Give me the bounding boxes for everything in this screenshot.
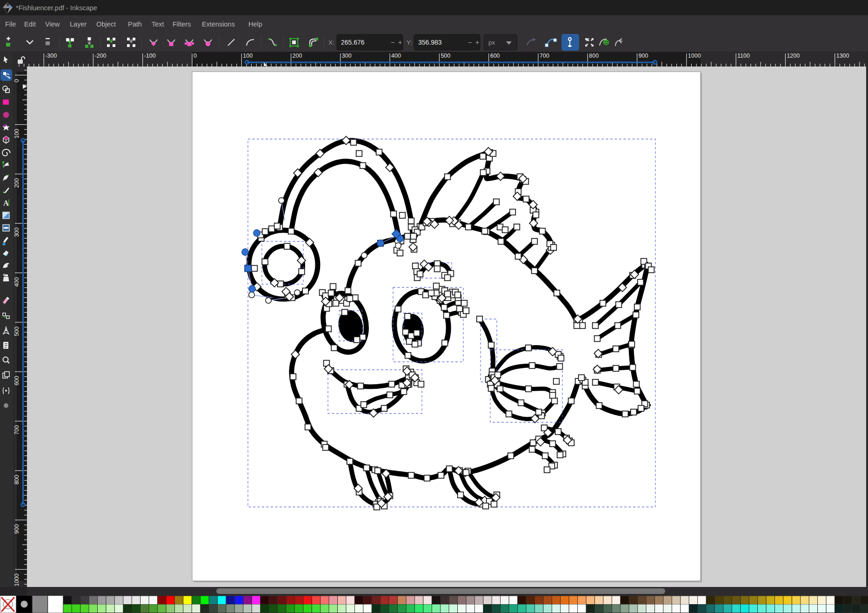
svg-text:1200: 1200 (787, 53, 800, 59)
svg-text:700: 700 (540, 53, 549, 59)
svg-text:100: 100 (13, 129, 20, 139)
svg-text:−: − (391, 39, 394, 46)
svg-text:-100: -100 (144, 53, 156, 59)
svg-text:Object: Object (96, 20, 116, 28)
svg-text:Y:: Y: (407, 39, 412, 46)
svg-text:300: 300 (342, 53, 352, 59)
svg-text:600: 600 (13, 376, 20, 386)
svg-text:800: 800 (13, 475, 20, 485)
svg-text:Text: Text (152, 20, 164, 28)
svg-text:600: 600 (490, 53, 500, 59)
svg-text:Help: Help (248, 20, 262, 28)
svg-text:900: 900 (639, 53, 648, 59)
svg-text:−: − (468, 39, 472, 46)
svg-text:*Fishluencer.pdf - Inkscape: *Fishluencer.pdf - Inkscape (16, 4, 97, 12)
svg-text:700: 700 (13, 425, 20, 435)
svg-text:1000: 1000 (688, 53, 701, 59)
svg-text:-300: -300 (45, 53, 57, 59)
svg-text:-200: -200 (94, 53, 106, 59)
svg-text:900: 900 (13, 524, 20, 534)
svg-text:+: + (398, 39, 402, 46)
svg-text:Extensions: Extensions (202, 20, 235, 28)
svg-text:300: 300 (13, 227, 20, 237)
svg-text:356.983: 356.983 (418, 39, 442, 46)
svg-text:1000: 1000 (13, 573, 20, 586)
svg-text:1100: 1100 (737, 53, 750, 59)
svg-text:File: File (5, 20, 16, 28)
svg-text:500: 500 (13, 326, 20, 336)
svg-text:800: 800 (589, 53, 599, 59)
svg-text:0: 0 (13, 79, 20, 82)
svg-text:Layer: Layer (70, 20, 87, 28)
svg-text:X:: X: (328, 39, 334, 46)
svg-text:400: 400 (391, 53, 401, 59)
svg-text:265.676: 265.676 (341, 39, 365, 46)
svg-text:1300: 1300 (836, 53, 849, 59)
svg-text:View: View (45, 20, 60, 28)
svg-text:Filters: Filters (173, 20, 191, 28)
svg-text:200: 200 (13, 178, 20, 188)
svg-text:200: 200 (293, 53, 302, 59)
svg-text:px: px (488, 39, 495, 46)
svg-text:0: 0 (194, 53, 197, 59)
svg-text:400: 400 (13, 277, 20, 287)
svg-text:500: 500 (441, 53, 450, 59)
svg-text:Path: Path (128, 20, 142, 28)
svg-text:Edit: Edit (24, 20, 36, 28)
svg-text:100: 100 (243, 53, 253, 59)
svg-text:A: A (3, 199, 9, 207)
svg-text:+: + (475, 39, 479, 46)
